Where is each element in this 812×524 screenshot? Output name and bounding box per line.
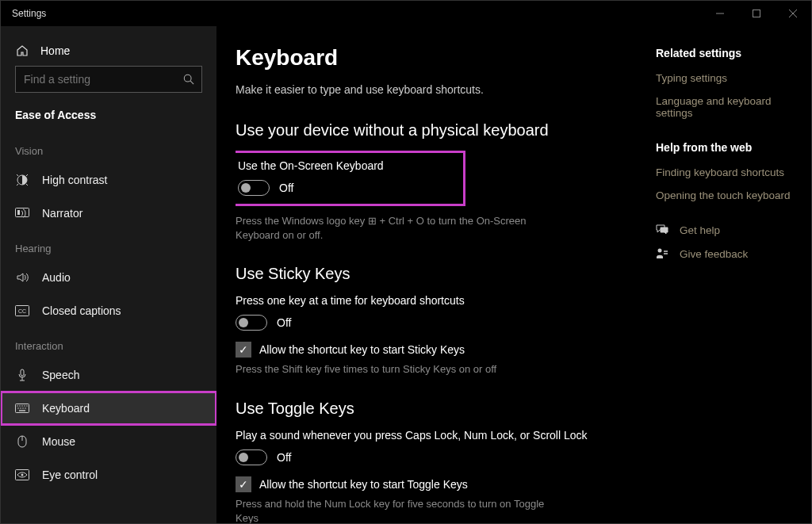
sidebar-item-closed-captions[interactable]: CC Closed captions: [1, 294, 216, 327]
mouse-icon: [15, 434, 29, 449]
sticky-shortcut-checkbox[interactable]: ✓: [236, 342, 251, 358]
nav-label: High contrast: [42, 174, 107, 186]
search-icon: [183, 74, 194, 85]
sticky-toggle[interactable]: [236, 315, 267, 331]
svg-rect-16: [16, 404, 29, 413]
section-sticky-keys: Use Sticky Keys: [236, 265, 624, 283]
highlight-osk: Use the On-Screen Keyboard Off: [236, 151, 465, 206]
home-nav[interactable]: Home: [1, 36, 216, 66]
feedback-icon: [656, 247, 670, 260]
category-title: Ease of Access: [1, 102, 216, 132]
svg-point-18: [19, 405, 20, 406]
sidebar-item-mouse[interactable]: Mouse: [1, 425, 216, 458]
close-button[interactable]: [775, 1, 811, 26]
mic-icon: [15, 368, 29, 382]
svg-point-31: [658, 249, 662, 253]
link-keyboard-shortcuts[interactable]: Finding keyboard shortcuts: [656, 166, 795, 178]
svg-line-7: [17, 174, 18, 176]
home-icon: [15, 44, 29, 58]
sidebar-item-narrator[interactable]: Narrator: [1, 197, 216, 230]
osk-toggle[interactable]: [238, 180, 270, 196]
sticky-check-label: Allow the shortcut key to start Sticky K…: [259, 343, 465, 356]
togglekeys-state: Off: [277, 451, 291, 464]
svg-point-21: [26, 405, 27, 406]
svg-point-23: [20, 407, 21, 408]
feedback-label: Give feedback: [680, 248, 748, 260]
maximize-button[interactable]: [738, 1, 775, 26]
contrast-icon: [15, 173, 29, 187]
page-title: Keyboard: [236, 45, 624, 71]
togglekeys-label: Play a sound whenever you press Caps Loc…: [236, 429, 624, 442]
get-help-link[interactable]: Get help: [656, 224, 795, 236]
related-heading: Related settings: [656, 47, 795, 59]
related-panel: Related settings Typing settings Languag…: [656, 45, 811, 523]
svg-point-19: [21, 405, 22, 406]
nav-label: Mouse: [42, 435, 75, 448]
svg-rect-15: [21, 369, 24, 376]
nav-label: Keyboard: [42, 402, 90, 415]
link-typing-settings[interactable]: Typing settings: [656, 72, 795, 84]
narrator-icon: [15, 206, 29, 220]
svg-line-10: [26, 184, 28, 186]
sidebar-item-keyboard[interactable]: Keyboard: [1, 392, 216, 425]
help-heading: Help from the web: [656, 141, 795, 154]
osk-label: Use the On-Screen Keyboard: [238, 159, 384, 172]
group-hearing: Hearing: [1, 230, 216, 261]
nav-label: Narrator: [42, 207, 82, 220]
togglekeys-check-label: Allow the shortcut key to start Toggle K…: [259, 478, 468, 491]
give-feedback-link[interactable]: Give feedback: [656, 247, 795, 260]
svg-text:CC: CC: [18, 308, 26, 314]
osk-state: Off: [279, 182, 293, 194]
minimize-button[interactable]: [702, 1, 738, 26]
group-interaction: Interaction: [1, 327, 216, 358]
togglekeys-shortcut-checkbox[interactable]: ✓: [236, 476, 251, 492]
svg-line-8: [26, 174, 28, 176]
sticky-label: Press one key at a time for keyboard sho…: [236, 294, 624, 307]
osk-hint: Press the Windows logo key ⊞ + Ctrl + O …: [236, 214, 569, 243]
svg-rect-1: [753, 10, 760, 17]
nav-label: Audio: [42, 271, 71, 284]
sidebar: Home Ease of Access Vision High contrast…: [1, 26, 216, 523]
section-toggle-keys: Use Toggle Keys: [236, 400, 624, 418]
link-touch-keyboard[interactable]: Opening the touch keyboard: [656, 189, 795, 201]
audio-icon: [15, 270, 29, 285]
sidebar-item-speech[interactable]: Speech: [1, 358, 216, 392]
svg-point-17: [17, 405, 17, 406]
page-subtitle: Make it easier to type and use keyboard …: [236, 83, 624, 96]
svg-line-5: [190, 81, 193, 84]
group-vision: Vision: [1, 132, 216, 163]
togglekeys-hint: Press and hold the Num Lock key for five…: [236, 497, 569, 523]
window-title: Settings: [12, 8, 46, 19]
sticky-hint: Press the Shift key five times to turn S…: [236, 362, 569, 377]
svg-rect-12: [17, 210, 20, 215]
get-help-label: Get help: [680, 224, 720, 236]
svg-point-20: [24, 405, 25, 406]
svg-rect-26: [19, 410, 25, 411]
keyboard-icon: [15, 401, 29, 415]
eye-icon: [15, 468, 29, 482]
window-controls: [702, 1, 811, 26]
sidebar-item-audio[interactable]: Audio: [1, 261, 216, 294]
svg-point-24: [22, 407, 23, 408]
settings-panel: Keyboard Make it easier to type and use …: [236, 45, 624, 523]
section-physical-keyboard: Use your device without a physical keybo…: [236, 121, 624, 140]
togglekeys-toggle[interactable]: [236, 449, 267, 465]
svg-line-9: [17, 184, 18, 186]
sidebar-item-eye-control[interactable]: Eye control: [1, 458, 216, 491]
titlebar: Settings: [1, 1, 811, 26]
nav-label: Speech: [42, 369, 79, 381]
cc-icon: CC: [15, 304, 29, 318]
nav-label: Closed captions: [42, 304, 121, 317]
svg-point-25: [25, 407, 25, 408]
sticky-state: Off: [277, 316, 291, 329]
svg-point-4: [184, 75, 191, 82]
svg-point-22: [17, 407, 18, 408]
link-language-keyboard[interactable]: Language and keyboard settings: [656, 95, 795, 119]
nav-label: Eye control: [42, 469, 98, 481]
help-chat-icon: [656, 224, 670, 236]
search-input[interactable]: [15, 66, 202, 93]
svg-point-30: [21, 474, 24, 476]
sidebar-item-high-contrast[interactable]: High contrast: [1, 163, 216, 197]
home-label: Home: [40, 44, 70, 57]
